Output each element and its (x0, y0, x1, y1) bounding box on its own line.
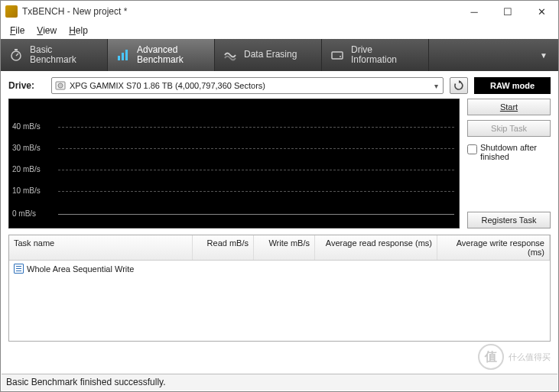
start-button[interactable]: Start (467, 99, 551, 115)
task-table: Task name Read mB/s Write mB/s Average r… (8, 235, 551, 342)
title-bar: TxBENCH - New project * ─ ☐ ✕ (1, 1, 558, 22)
throughput-chart: 40 mB/s 30 mB/s 20 mB/s 10 mB/s 0 mB/s (8, 99, 460, 228)
ytick-40: 40 mB/s (12, 122, 41, 131)
col-read[interactable]: Read mB/s (193, 235, 254, 260)
menu-help[interactable]: Help (63, 24, 94, 37)
tab-bar: BasicBenchmark AdvancedBenchmark Data Er… (1, 39, 558, 71)
drive-select[interactable]: XPG GAMMIX S70 1.86 TB (4,000,797,360 Se… (51, 77, 444, 94)
drive-row: Drive: XPG GAMMIX S70 1.86 TB (4,000,797… (1, 71, 558, 99)
shutdown-checkbox-label: Shutdown after finished (480, 143, 551, 161)
cell-avg-write (437, 261, 550, 277)
menu-bar: File View Help (1, 22, 558, 39)
tab-data-erasing[interactable]: Data Erasing (215, 39, 322, 71)
maximize-button[interactable]: ☐ (491, 1, 525, 22)
raw-mode-button[interactable]: RAW mode (474, 77, 551, 94)
watermark-icon: 值 (478, 344, 504, 370)
hdd-icon (55, 80, 66, 91)
registers-task-button[interactable]: Registers Task (467, 212, 551, 228)
chevron-down-icon: ▼ (540, 51, 548, 60)
clipboard-icon (14, 264, 24, 274)
status-bar: Basic Benchmark finished successfully. (2, 374, 557, 390)
table-header: Task name Read mB/s Write mB/s Average r… (9, 235, 550, 261)
cell-read (193, 261, 254, 277)
watermark-text: 什么值得买 (509, 352, 551, 363)
tab-drive-information[interactable]: DriveInformation (322, 39, 429, 71)
window-title: TxBENCH - New project * (22, 6, 457, 17)
shutdown-checkbox-input[interactable] (467, 144, 477, 154)
skip-task-button[interactable]: Skip Task (467, 120, 551, 137)
chart-row: 40 mB/s 30 mB/s 20 mB/s 10 mB/s 0 mB/s S… (1, 99, 558, 228)
svg-line-2 (16, 53, 18, 56)
stopwatch-icon (8, 47, 24, 63)
ytick-30: 30 mB/s (12, 144, 41, 152)
chevron-down-icon: ▾ (433, 82, 440, 90)
svg-point-9 (58, 83, 63, 88)
svg-rect-6 (332, 52, 343, 59)
menu-view[interactable]: View (31, 24, 63, 37)
menu-file[interactable]: File (4, 24, 31, 37)
app-icon (5, 5, 18, 18)
table-row[interactable]: Whole Area Sequential Write (9, 261, 550, 277)
erase-icon (223, 47, 238, 63)
drive-icon (330, 47, 345, 63)
tab-label: AdvancedBenchmark (137, 45, 184, 65)
tab-label: Data Erasing (244, 50, 297, 60)
col-task-name[interactable]: Task name (9, 235, 193, 260)
cell-write (254, 261, 315, 277)
tab-advanced-benchmark[interactable]: AdvancedBenchmark (108, 39, 215, 71)
bars-icon (115, 47, 131, 63)
tab-basic-benchmark[interactable]: BasicBenchmark (1, 39, 108, 71)
col-avg-read[interactable]: Average read response (ms) (315, 235, 437, 260)
col-write[interactable]: Write mB/s (254, 235, 315, 260)
ytick-20: 20 mB/s (12, 165, 41, 173)
tab-label: BasicBenchmark (30, 45, 76, 65)
svg-rect-5 (125, 50, 128, 60)
svg-rect-4 (122, 53, 124, 60)
refresh-icon (453, 80, 464, 91)
drive-label: Drive: (8, 80, 45, 91)
ytick-0: 0 mB/s (12, 209, 36, 218)
shutdown-checkbox[interactable]: Shutdown after finished (467, 143, 551, 161)
col-avg-write[interactable]: Average write response (ms) (437, 235, 550, 260)
drive-selected-text: XPG GAMMIX S70 1.86 TB (4,000,797,360 Se… (70, 81, 433, 90)
minimize-button[interactable]: ─ (457, 1, 491, 22)
tab-overflow[interactable]: ▼ (429, 39, 558, 71)
side-controls: Start Skip Task Shutdown after finished … (467, 99, 551, 228)
refresh-button[interactable] (450, 77, 468, 94)
cell-task-name: Whole Area Sequential Write (27, 264, 134, 274)
cell-avg-read (315, 261, 437, 277)
svg-rect-1 (15, 49, 18, 50)
watermark: 值 什么值得买 (478, 344, 551, 370)
close-button[interactable]: ✕ (525, 1, 558, 22)
tab-label: DriveInformation (351, 45, 397, 65)
ytick-10: 10 mB/s (12, 186, 41, 195)
svg-point-7 (340, 56, 341, 57)
svg-rect-3 (118, 56, 120, 60)
